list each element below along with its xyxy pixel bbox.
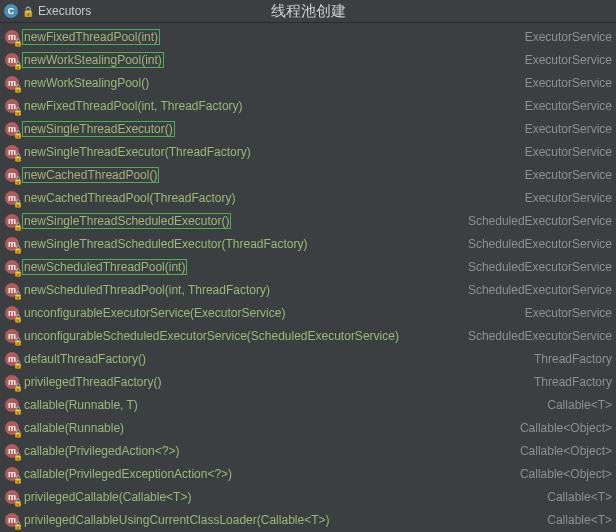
return-type: ExecutorService [517, 122, 612, 136]
class-name: Executors [38, 4, 91, 18]
method-row[interactable]: m🔒newWorkStealingPool()ExecutorService [0, 71, 616, 94]
lock-icon: 🔒 [13, 521, 23, 530]
method-row[interactable]: m🔒newCachedThreadPool(ThreadFactory)Exec… [0, 186, 616, 209]
return-type: Callable<Object> [512, 467, 612, 481]
method-icon: m🔒 [4, 305, 20, 321]
method-icon: m🔒 [4, 259, 20, 275]
method-icon: m🔒 [4, 121, 20, 137]
method-icon: m🔒 [4, 213, 20, 229]
method-signature: privilegedCallableUsingCurrentClassLoade… [22, 512, 331, 528]
lock-icon: 🔒 [13, 153, 23, 162]
return-type: Callable<T> [539, 490, 612, 504]
method-signature: privilegedCallable(Callable<T>) [22, 489, 193, 505]
method-row[interactable]: m🔒newSingleThreadExecutor()ExecutorServi… [0, 117, 616, 140]
method-signature: privilegedThreadFactory() [22, 374, 163, 390]
lock-icon: 🔒 [13, 452, 23, 461]
method-row[interactable]: m🔒callable(Runnable)Callable<Object> [0, 416, 616, 439]
return-type: Callable<Object> [512, 421, 612, 435]
method-row[interactable]: m🔒newWorkStealingPool(int)ExecutorServic… [0, 48, 616, 71]
method-icon: m🔒 [4, 98, 20, 114]
method-signature: newCachedThreadPool(ThreadFactory) [22, 190, 237, 206]
method-signature: unconfigurableScheduledExecutorService(S… [22, 328, 401, 344]
lock-icon: 🔒 [13, 498, 23, 507]
method-row[interactable]: m🔒newScheduledThreadPool(int, ThreadFact… [0, 278, 616, 301]
method-signature: newFixedThreadPool(int, ThreadFactory) [22, 98, 245, 114]
lock-icon: 🔒 [13, 314, 23, 323]
method-icon: m🔒 [4, 420, 20, 436]
method-signature: newFixedThreadPool(int) [22, 29, 160, 45]
method-icon: m🔒 [4, 29, 20, 45]
method-row[interactable]: m🔒unconfigurableExecutorService(Executor… [0, 301, 616, 324]
return-type: ExecutorService [517, 145, 612, 159]
method-icon: m🔒 [4, 489, 20, 505]
method-signature: unconfigurableExecutorService(ExecutorSe… [22, 305, 287, 321]
method-signature: callable(PrivilegedExceptionAction<?>) [22, 466, 234, 482]
return-type: ScheduledExecutorService [460, 329, 612, 343]
lock-icon: 🔒 [13, 176, 23, 185]
return-type: ScheduledExecutorService [460, 214, 612, 228]
return-type: ExecutorService [517, 76, 612, 90]
method-signature: callable(PrivilegedAction<?>) [22, 443, 181, 459]
lock-icon: 🔒 [13, 222, 23, 231]
lock-icon: 🔒 [13, 475, 23, 484]
method-row[interactable]: m🔒newScheduledThreadPool(int)ScheduledEx… [0, 255, 616, 278]
lock-icon: 🔒 [13, 199, 23, 208]
method-row[interactable]: m🔒newSingleThreadScheduledExecutor()Sche… [0, 209, 616, 232]
lock-icon: 🔒 [13, 107, 23, 116]
lock-icon: 🔒 [13, 406, 23, 415]
method-row[interactable]: m🔒newFixedThreadPool(int)ExecutorService [0, 25, 616, 48]
method-row[interactable]: m🔒newSingleThreadScheduledExecutor(Threa… [0, 232, 616, 255]
method-signature: callable(Runnable) [22, 420, 126, 436]
method-signature: newSingleThreadScheduledExecutor(ThreadF… [22, 236, 309, 252]
return-type: ScheduledExecutorService [460, 283, 612, 297]
method-row[interactable]: m🔒callable(PrivilegedAction<?>)Callable<… [0, 439, 616, 462]
return-type: ExecutorService [517, 191, 612, 205]
structure-header: C 🔒 Executors 线程池创建 [0, 0, 616, 23]
return-type: Callable<T> [539, 513, 612, 527]
return-type: ExecutorService [517, 99, 612, 113]
return-type: ExecutorService [517, 306, 612, 320]
method-row[interactable]: m🔒newSingleThreadExecutor(ThreadFactory)… [0, 140, 616, 163]
lock-icon: 🔒 [13, 383, 23, 392]
lock-icon: 🔒 [13, 38, 23, 47]
method-list: m🔒newFixedThreadPool(int)ExecutorService… [0, 23, 616, 532]
lock-icon: 🔒 [13, 268, 23, 277]
method-icon: m🔒 [4, 144, 20, 160]
method-signature: newSingleThreadScheduledExecutor() [22, 213, 231, 229]
method-row[interactable]: m🔒newFixedThreadPool(int, ThreadFactory)… [0, 94, 616, 117]
method-icon: m🔒 [4, 236, 20, 252]
method-row[interactable]: m🔒privilegedCallableUsingCurrentClassLoa… [0, 508, 616, 531]
header-left: C 🔒 Executors [4, 4, 91, 18]
return-type: ThreadFactory [526, 375, 612, 389]
return-type: ScheduledExecutorService [460, 260, 612, 274]
method-row[interactable]: m🔒privilegedCallable(Callable<T>)Callabl… [0, 485, 616, 508]
method-signature: newWorkStealingPool(int) [22, 52, 164, 68]
return-type: ScheduledExecutorService [460, 237, 612, 251]
return-type: ThreadFactory [526, 352, 612, 366]
method-signature: newSingleThreadExecutor(ThreadFactory) [22, 144, 253, 160]
panel-title: 线程池创建 [271, 2, 346, 21]
method-icon: m🔒 [4, 52, 20, 68]
return-type: ExecutorService [517, 168, 612, 182]
lock-icon: 🔒 [13, 429, 23, 438]
return-type: ExecutorService [517, 30, 612, 44]
method-row[interactable]: m🔒callable(PrivilegedExceptionAction<?>)… [0, 462, 616, 485]
method-row[interactable]: m🔒defaultThreadFactory()ThreadFactory [0, 347, 616, 370]
method-icon: m🔒 [4, 75, 20, 91]
method-icon: m🔒 [4, 328, 20, 344]
return-type: Callable<Object> [512, 444, 612, 458]
class-icon: C [4, 4, 18, 18]
method-icon: m🔒 [4, 512, 20, 528]
lock-icon: 🔒 [22, 6, 34, 17]
method-icon: m🔒 [4, 466, 20, 482]
method-signature: callable(Runnable, T) [22, 397, 140, 413]
method-row[interactable]: m🔒privilegedThreadFactory()ThreadFactory [0, 370, 616, 393]
method-row[interactable]: m🔒unconfigurableScheduledExecutorService… [0, 324, 616, 347]
method-row[interactable]: m🔒callable(Runnable, T)Callable<T> [0, 393, 616, 416]
return-type: ExecutorService [517, 53, 612, 67]
method-icon: m🔒 [4, 282, 20, 298]
lock-icon: 🔒 [13, 291, 23, 300]
method-row[interactable]: m🔒newCachedThreadPool()ExecutorService [0, 163, 616, 186]
method-signature: newScheduledThreadPool(int, ThreadFactor… [22, 282, 272, 298]
method-signature: newScheduledThreadPool(int) [22, 259, 187, 275]
